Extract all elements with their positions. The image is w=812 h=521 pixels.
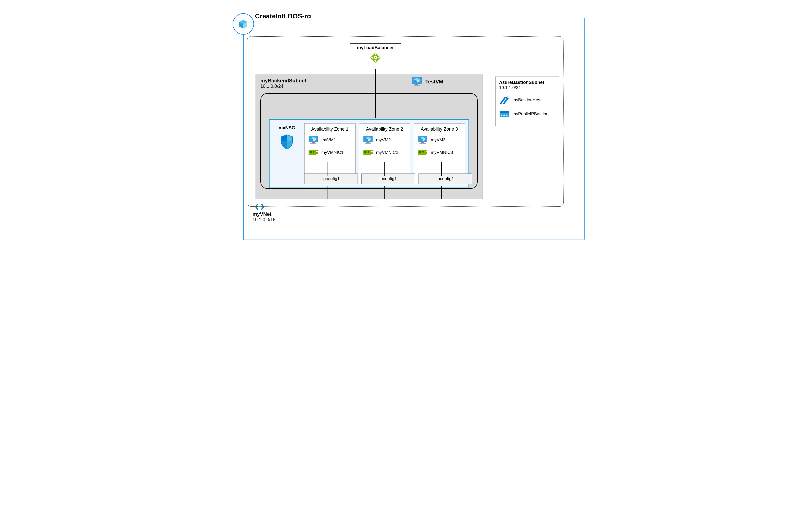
nsg-label: myNSG: [273, 123, 301, 184]
svg-point-3: [258, 206, 259, 207]
vm-icon: [417, 135, 428, 145]
svg-rect-47: [419, 151, 421, 153]
svg-point-36: [368, 151, 369, 153]
nic-icon: [308, 148, 318, 157]
svg-rect-57: [500, 111, 509, 113]
backend-subnet-box: myBackendSubnet 10.1.0.0/24 myNSG: [256, 74, 482, 199]
svg-rect-20: [316, 150, 318, 151]
test-vm-name: TestVM: [425, 79, 443, 85]
vm-icon: [308, 135, 318, 145]
svg-point-48: [422, 151, 424, 153]
svg-rect-15: [310, 143, 316, 144]
az3-vm-name: myVM3: [431, 137, 446, 143]
svg-rect-35: [364, 151, 366, 153]
vnet-icon: [255, 203, 265, 211]
backend-subnet-cidr: 10.1.0.0/24: [260, 84, 478, 89]
shield-icon: [280, 134, 293, 150]
load-balancer-icon: [369, 51, 382, 64]
public-ip-icon: [499, 110, 509, 118]
svg-rect-51: [414, 85, 420, 86]
az2-vm-name: myVM2: [376, 137, 391, 143]
svg-rect-44: [426, 150, 427, 151]
az2-nic-row: myVMNIC2: [363, 148, 407, 157]
load-balancer-box: myLoadBalancer: [350, 43, 401, 69]
bastion-subnet-name: AzureBastionSubnet: [499, 80, 555, 85]
svg-point-59: [503, 115, 505, 116]
svg-point-24: [313, 151, 314, 153]
az2-title: Availability Zone 2: [363, 127, 407, 132]
svg-rect-34: [371, 153, 373, 154]
nsg-name: myNSG: [279, 125, 295, 131]
connector-line: [375, 69, 376, 93]
connector-line: [384, 162, 385, 176]
svg-point-8: [375, 57, 376, 59]
bastion-host-name: myBastionHost: [512, 97, 542, 103]
svg-rect-39: [420, 143, 426, 144]
svg-point-60: [506, 115, 507, 116]
svg-rect-23: [310, 151, 312, 153]
az1-vm-row: myVM1: [308, 135, 352, 145]
az3-nic-row: myVMNIC3: [417, 148, 461, 157]
svg-point-5: [260, 206, 261, 207]
vnet-label: myVNet 10.1.0.0/16: [253, 211, 276, 223]
backend-subnet-name: myBackendSubnet: [260, 78, 478, 84]
az2-nic-name: myVMNIC2: [376, 150, 398, 155]
svg-rect-26: [366, 142, 369, 143]
nic-icon: [417, 148, 428, 157]
svg-rect-27: [365, 143, 371, 144]
bastion-pip-row: myPublicIPBastion: [499, 110, 555, 118]
nic-icon: [363, 148, 373, 157]
ipconfig-3: ipconfig1: [419, 174, 472, 184]
backend-pool-frame: myNSG Availability Zone 1: [260, 93, 478, 189]
az3-vm-row: myVM3: [417, 135, 461, 145]
bastion-subnet-box: AzureBastionSubnet 10.1.1.0/24 myBastion…: [495, 76, 559, 126]
bastion-subnet-cidr: 10.1.1.0/24: [499, 85, 555, 90]
load-balancer-name: myLoadBalancer: [357, 45, 394, 50]
az3-title: Availability Zone 3: [417, 127, 461, 132]
connector-line: [441, 186, 442, 199]
az2-vm-row: myVM2: [363, 135, 407, 145]
connector-line: [327, 186, 328, 199]
connector-line: [327, 162, 328, 176]
svg-rect-45: [426, 152, 427, 153]
cube-icon: [238, 18, 249, 29]
svg-rect-46: [426, 153, 427, 154]
bastion-host-row: myBastionHost: [499, 95, 555, 105]
bastion-pip-name: myPublicIPBastion: [512, 112, 549, 117]
ipconfig-row: ipconfig1 ipconfig1 ipconfig1: [304, 174, 472, 184]
svg-rect-21: [316, 152, 318, 153]
vnet-name: myVNet: [253, 211, 276, 217]
svg-point-4: [259, 206, 260, 207]
svg-rect-32: [371, 150, 373, 151]
ipconfig-1: ipconfig1: [304, 174, 358, 184]
az1-nic-name: myVMNIC1: [321, 150, 343, 155]
az1-nic-row: myVMNIC1: [308, 148, 352, 157]
test-vm: TestVM: [411, 76, 443, 87]
bastion-icon: [499, 95, 509, 105]
svg-rect-38: [421, 142, 424, 143]
vm-icon: [411, 76, 422, 87]
ipconfig-2: ipconfig1: [361, 174, 415, 184]
svg-point-58: [501, 115, 502, 116]
svg-rect-50: [415, 84, 418, 85]
vnet-cidr: 10.1.0.0/16: [253, 217, 276, 223]
svg-rect-22: [316, 153, 318, 154]
connector-line: [384, 186, 385, 199]
az1-vm-name: myVM1: [321, 137, 336, 143]
resource-group-icon: [233, 13, 254, 35]
az1-title: Availability Zone 1: [308, 127, 352, 132]
svg-rect-14: [312, 142, 315, 143]
vm-icon: [363, 135, 373, 145]
diagram-canvas: CreateIntLBQS-rg myVNet 10.1.0.0/16: [228, 10, 584, 240]
az3-nic-name: myVMNIC3: [431, 150, 453, 155]
svg-rect-33: [371, 152, 373, 153]
connector-line: [441, 162, 442, 176]
connector-line: [375, 93, 376, 118]
